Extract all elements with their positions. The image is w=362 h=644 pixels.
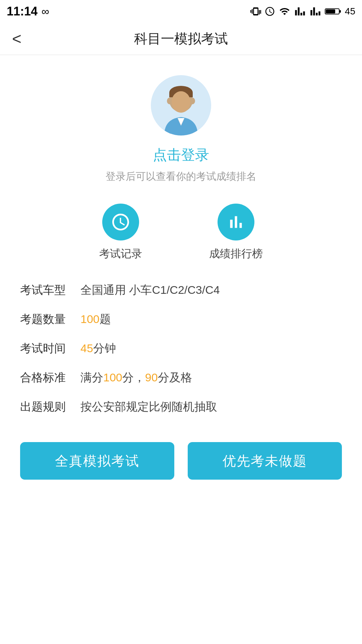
question-rule-row: 出题规则 按公安部规定比例随机抽取: [20, 398, 342, 415]
exam-time-value: 45分钟: [80, 340, 116, 357]
info-section: 考试车型 全国通用 小车C1/C2/C3/C4 考题数量 100题 考试时间 4…: [20, 281, 342, 415]
car-type-value: 全国通用 小车C1/C2/C3/C4: [80, 281, 220, 299]
signal-icon: [294, 6, 306, 17]
question-count-number: 100: [80, 313, 100, 325]
status-icons: 45: [250, 6, 355, 17]
car-type-row: 考试车型 全国通用 小车C1/C2/C3/C4: [20, 281, 342, 299]
full-score-number: 100: [103, 371, 122, 384]
leaderboard-button[interactable]: 成绩排行榜: [209, 204, 263, 261]
leaderboard-icon-bg: [218, 204, 254, 240]
priority-new-button[interactable]: 优先考未做题: [188, 442, 342, 480]
question-rule-value: 按公安部规定比例随机抽取: [80, 398, 217, 415]
icon-row: 考试记录 成绩排行榜: [20, 204, 342, 261]
signal2-icon: [309, 6, 321, 17]
wifi-icon: [279, 6, 291, 17]
exam-time-row: 考试时间 45分钟: [20, 340, 342, 357]
login-link[interactable]: 点击登录: [153, 146, 209, 164]
chart-icon: [226, 212, 246, 232]
login-hint: 登录后可以查看你的考试成绩排名: [106, 170, 256, 183]
svg-point-8: [172, 91, 190, 113]
pass-standard-value: 满分100分，90分及格: [80, 369, 192, 386]
status-bar: 11:14 ∞ 45: [0, 0, 362, 23]
svg-point-7: [190, 98, 195, 104]
question-count-row: 考题数量 100题: [20, 311, 342, 328]
nav-bar: < 科目一模拟考试: [0, 23, 362, 55]
svg-rect-2: [326, 9, 335, 13]
car-type-label: 考试车型: [20, 282, 80, 298]
status-time: 11:14: [7, 4, 38, 18]
exam-time-number: 45: [80, 342, 93, 355]
exam-time-label: 考试时间: [20, 341, 80, 356]
pass-standard-label: 合格标准: [20, 370, 80, 385]
pass-standard-row: 合格标准 满分100分，90分及格: [20, 369, 342, 386]
button-row: 全真模拟考试 优先考未做题: [20, 442, 342, 480]
back-button[interactable]: <: [12, 30, 21, 48]
battery-level: 45: [345, 6, 355, 17]
clock-icon: [111, 212, 131, 232]
exam-record-button[interactable]: 考试记录: [99, 204, 142, 261]
battery-icon: [325, 6, 342, 17]
svg-rect-1: [340, 10, 341, 13]
question-rule-label: 出题规则: [20, 399, 80, 415]
exam-record-icon-bg: [102, 204, 139, 240]
exam-record-label: 考试记录: [99, 247, 142, 261]
svg-point-6: [167, 98, 172, 104]
question-count-value: 100题: [80, 311, 111, 328]
clock-status-icon: [264, 6, 275, 17]
avatar-section: 点击登录 登录后可以查看你的考试成绩排名: [20, 75, 342, 183]
leaderboard-label: 成绩排行榜: [209, 247, 263, 261]
page-title: 科目一模拟考试: [134, 30, 228, 48]
avatar-person-icon: [154, 82, 208, 136]
avatar[interactable]: [151, 75, 211, 136]
main-content: 点击登录 登录后可以查看你的考试成绩排名 考试记录 成绩排行榜: [0, 55, 362, 493]
question-count-label: 考题数量: [20, 312, 80, 327]
infinity-icon: ∞: [42, 5, 49, 18]
pass-score-number: 90: [145, 371, 158, 384]
full-mock-button[interactable]: 全真模拟考试: [20, 442, 174, 480]
vibrate-icon: [250, 6, 261, 17]
